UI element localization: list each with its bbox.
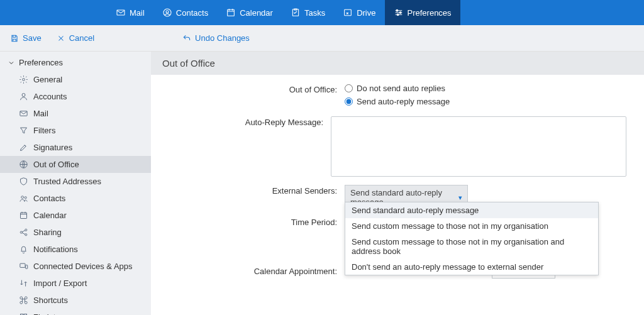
calendar-icon	[19, 211, 28, 220]
radio-label: Do not send auto replies	[357, 84, 445, 93]
form: Out of Office: Do not send auto replies …	[151, 75, 644, 294]
nav-preferences[interactable]: Preferences	[385, 0, 460, 25]
sidebar-item-label: Connected Devices & Apps	[33, 262, 133, 271]
svg-point-9	[23, 79, 25, 81]
row-external-senders: External Senders: Send standard auto-rep…	[169, 185, 626, 210]
person-icon	[19, 92, 28, 101]
label-time-period: Time Period:	[169, 216, 345, 227]
puzzle-icon	[19, 312, 28, 315]
radio-do-not-send-input[interactable]	[345, 84, 353, 92]
main: Out of Office Out of Office: Do not send…	[151, 52, 644, 315]
dropdown-option[interactable]: Send standard auto-reply message	[345, 202, 598, 218]
sidebar-item-calendar[interactable]: Calendar	[0, 207, 151, 224]
sidebar-item-label: Trusted Addresses	[33, 177, 101, 186]
svg-point-13	[21, 196, 24, 199]
sidebar-item-label: Calendar	[33, 211, 67, 220]
sidebar-item-contacts[interactable]: Contacts	[0, 190, 151, 207]
svg-point-2	[166, 11, 169, 13]
svg-rect-0	[117, 10, 125, 15]
svg-rect-15	[21, 213, 27, 218]
sidebar-item-signatures[interactable]: Signatures	[0, 139, 151, 156]
nav-label: Mail	[130, 8, 145, 18]
nav-contacts[interactable]: Contacts	[153, 0, 217, 25]
row-out-of-office: Out of Office: Do not send auto replies …	[169, 84, 626, 110]
sidebar-header[interactable]: Preferences	[0, 54, 151, 71]
sidebar-item-label: Signatures	[33, 143, 72, 152]
section-header: Out of Office	[151, 52, 644, 75]
save-icon	[10, 34, 19, 43]
sidebar-item-zimlets[interactable]: Zimlets	[0, 309, 151, 315]
sidebar-item-label: Shortcuts	[33, 296, 68, 305]
radio-send-auto-input[interactable]	[345, 97, 353, 106]
action-label: Save	[23, 33, 42, 43]
sidebar-item-filters[interactable]: Filters	[0, 122, 151, 139]
external-senders-dropdown: Send standard auto-reply message Send cu…	[345, 202, 599, 275]
sidebar: Preferences General Accounts Mail Filter…	[0, 52, 151, 315]
sidebar-item-general[interactable]: General	[0, 71, 151, 88]
svg-point-10	[22, 94, 25, 97]
envelope-icon	[19, 109, 28, 118]
nav-label: Preferences	[408, 8, 452, 18]
sliders-icon	[394, 8, 404, 18]
nav-drive[interactable]: Drive	[334, 0, 384, 25]
label-out-of-office: Out of Office:	[169, 84, 345, 94]
svg-rect-11	[20, 111, 27, 116]
shield-icon	[19, 177, 28, 186]
label-cal-appt: Calendar Appointment:	[169, 263, 345, 276]
import-export-icon	[19, 279, 28, 288]
sidebar-item-out-of-office[interactable]: Out of Office	[0, 156, 151, 173]
sidebar-item-sharing[interactable]: Sharing	[0, 224, 151, 241]
dropdown-option[interactable]: Send custom message to those not in my o…	[345, 218, 598, 234]
nav-label: Contacts	[176, 8, 208, 18]
field-external: Send standard auto-reply message ▾ Send …	[345, 185, 626, 210]
nav-label: Calendar	[240, 8, 273, 18]
nav-calendar[interactable]: Calendar	[217, 0, 282, 25]
undo-icon	[182, 34, 191, 43]
sidebar-item-accounts[interactable]: Accounts	[0, 88, 151, 105]
nav-tasks[interactable]: Tasks	[282, 0, 334, 25]
drive-icon	[343, 8, 353, 18]
radio-send-auto[interactable]: Send auto-reply message	[345, 97, 626, 106]
svg-rect-20	[26, 265, 28, 269]
svg-point-8	[397, 14, 399, 16]
sidebar-item-mail[interactable]: Mail	[0, 105, 151, 122]
sidebar-item-trusted[interactable]: Trusted Addresses	[0, 173, 151, 190]
sidebar-item-label: Out of Office	[33, 160, 79, 169]
svg-point-6	[396, 9, 398, 11]
bell-icon	[19, 245, 28, 254]
top-nav: Mail Contacts Calendar Tasks Drive Prefe…	[0, 0, 644, 25]
label-auto-reply: Auto-Reply Message:	[169, 116, 331, 127]
pen-icon	[19, 143, 28, 152]
filter-icon	[19, 126, 28, 135]
sidebar-item-label: Sharing	[33, 228, 62, 237]
svg-point-7	[399, 12, 401, 14]
sidebar-item-connected[interactable]: Connected Devices & Apps	[0, 258, 151, 275]
field-auto-reply	[331, 116, 626, 179]
label-external: External Senders:	[169, 185, 345, 196]
nav-label: Drive	[357, 8, 375, 18]
sidebar-item-import[interactable]: Import / Export	[0, 275, 151, 292]
envelope-icon	[116, 8, 126, 18]
sidebar-item-notifications[interactable]: Notifications	[0, 241, 151, 258]
close-icon	[57, 34, 65, 43]
svg-rect-19	[20, 263, 25, 267]
dropdown-option[interactable]: Send custom message to those not in my o…	[345, 234, 598, 259]
sidebar-item-label: Accounts	[33, 92, 67, 101]
gear-icon	[19, 75, 28, 84]
auto-reply-textarea[interactable]	[331, 116, 626, 177]
undo-button[interactable]: Undo Changes	[182, 33, 250, 43]
section-title: Out of Office	[162, 58, 215, 69]
field-out-of-office: Do not send auto replies Send auto-reply…	[345, 84, 626, 110]
radio-do-not-send[interactable]: Do not send auto replies	[345, 84, 626, 93]
action-label: Cancel	[69, 33, 94, 43]
dropdown-option[interactable]: Don't send an auto-reply message to exte…	[345, 259, 598, 275]
chevron-down-icon	[8, 59, 15, 67]
save-button[interactable]: Save	[10, 33, 42, 43]
nav-mail[interactable]: Mail	[107, 0, 153, 25]
sidebar-item-shortcuts[interactable]: Shortcuts	[0, 292, 151, 309]
cancel-button[interactable]: Cancel	[57, 33, 94, 43]
share-icon	[19, 228, 28, 237]
contacts-icon	[19, 194, 28, 203]
sidebar-item-label: Notifications	[33, 245, 78, 254]
contacts-icon	[162, 8, 172, 18]
